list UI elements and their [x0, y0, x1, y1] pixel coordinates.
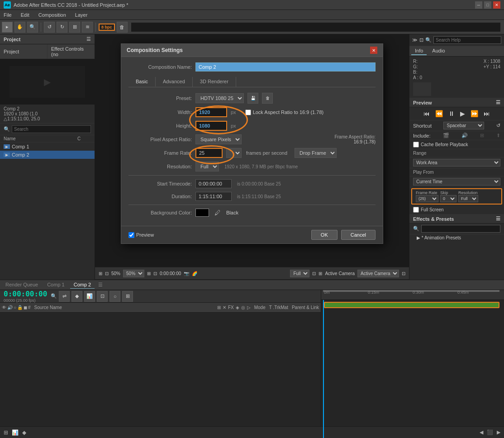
preview-menu-icon[interactable]: ☰	[496, 100, 500, 105]
resolution-mini-select[interactable]: Full	[458, 195, 478, 202]
menu-composition[interactable]: Composition	[37, 11, 68, 19]
menu-layer[interactable]: Layer	[73, 11, 90, 19]
project-item-comp2[interactable]: ▶ Comp 2	[0, 151, 95, 159]
play-button[interactable]: ▶	[458, 109, 467, 118]
redo-button[interactable]: ↻	[57, 22, 67, 33]
graph-icon[interactable]: 📊	[84, 291, 95, 302]
bpc-badge[interactable]: 8 bpc	[99, 24, 115, 31]
window-controls[interactable]: ─ □ ✕	[475, 1, 500, 9]
tab-basic[interactable]: Basic	[128, 77, 156, 87]
mode-icon[interactable]: ⊡	[97, 291, 108, 302]
start-timecode-input[interactable]	[195, 179, 232, 188]
dropframe-select[interactable]: Drop Frame	[295, 148, 337, 158]
switch3[interactable]: FX	[228, 305, 234, 310]
cache-checkbox[interactable]	[413, 142, 419, 148]
preview-checkbox-row[interactable]: Preview	[128, 232, 154, 238]
resolution-select[interactable]: Full	[195, 162, 219, 171]
switch1[interactable]: ⊞	[217, 305, 221, 310]
framerate-input[interactable]	[195, 148, 223, 158]
comp-name-input[interactable]	[195, 62, 376, 71]
lock-aspect-checkbox[interactable]	[245, 110, 251, 115]
eyedropper-icon[interactable]: 🖊	[214, 209, 221, 216]
search-help-bar[interactable]: ≫ ⊡ 🔍	[409, 34, 504, 46]
preset-delete-button[interactable]: 🗑	[262, 93, 273, 104]
cache-before-playback-row[interactable]: Cache Before Playback	[409, 140, 504, 149]
pixel-aspect-select[interactable]: Square Pixels	[195, 134, 242, 144]
video-icon[interactable]: 🎬	[443, 133, 449, 138]
step-fwd-button[interactable]: ⏭	[482, 109, 492, 118]
keyframe-icon-bottom[interactable]: ◆	[22, 429, 26, 436]
preview-checkbox[interactable]	[128, 232, 134, 238]
comp2-menu-icon[interactable]: ☰	[98, 282, 103, 288]
audio-col-icon[interactable]: 🔊	[7, 305, 13, 310]
fullscreen-checkbox[interactable]	[413, 207, 419, 213]
parent-icon[interactable]: ⇌	[59, 291, 70, 302]
layer-new-icon[interactable]: ⊞	[4, 429, 8, 436]
panel-controls-icon[interactable]: ⊡	[419, 37, 423, 43]
tab-audio[interactable]: Audio	[428, 47, 448, 55]
reset-icon[interactable]: ↺	[496, 123, 500, 129]
frame-fwd-button[interactable]: ⏩	[469, 109, 480, 118]
hand-tool[interactable]: ✋	[14, 22, 25, 33]
effects-search-bar[interactable]: 🔍	[409, 224, 504, 234]
scroll-left-icon[interactable]: ◀	[480, 429, 483, 435]
preset-save-button[interactable]: 💾	[247, 93, 258, 104]
mask-icon[interactable]: ○	[109, 291, 120, 302]
cancel-button[interactable]: Cancel	[341, 230, 376, 240]
selection-tool[interactable]: ▸	[2, 22, 13, 33]
project-search-input[interactable]	[12, 125, 91, 133]
panel-menu-icon[interactable]: ☰	[86, 36, 91, 42]
ok-button[interactable]: OK	[311, 230, 338, 240]
preset-select[interactable]: HDTV 1080 25	[195, 93, 244, 103]
search-icon-timeline[interactable]: 🔍	[51, 293, 57, 299]
comp1-tab[interactable]: Comp 1	[43, 281, 68, 289]
switch2[interactable]: ✕	[223, 305, 226, 310]
scroll-right-icon[interactable]: ▶	[497, 429, 500, 435]
project-item-comp1[interactable]: ▶ Comp 1	[0, 143, 95, 151]
layer-icon[interactable]: ⊞	[122, 291, 133, 302]
audio-icon[interactable]: 🔊	[461, 133, 468, 138]
scroll-handle-icon[interactable]: ⬛	[487, 429, 493, 435]
switch4[interactable]: ◈	[236, 305, 239, 310]
overlay-icon[interactable]: ⊞	[480, 133, 484, 138]
export-icon[interactable]: ⬆	[496, 133, 500, 138]
search-help-input[interactable]	[433, 36, 501, 44]
play-from-select[interactable]: Current Time	[413, 178, 500, 186]
delete-button[interactable]: 🗑	[117, 22, 128, 33]
tab-advanced[interactable]: Advanced	[156, 77, 193, 87]
duration-input[interactable]	[195, 192, 232, 201]
framerate-unit-select[interactable]	[226, 148, 242, 158]
comp2-tab[interactable]: Comp 2	[70, 281, 95, 289]
solo-col-icon[interactable]: ○	[14, 305, 16, 310]
switch5[interactable]: ◎	[241, 305, 245, 310]
dialog-close-button[interactable]: ✕	[370, 47, 377, 54]
label-col-icon[interactable]: ◼	[24, 305, 27, 310]
tab-info[interactable]: Info	[411, 47, 427, 55]
shortcut-select[interactable]: Spacebar	[443, 122, 484, 129]
play-stop-button[interactable]: ⏸	[447, 109, 456, 118]
menu-file[interactable]: File	[2, 11, 14, 19]
switch6[interactable]: ▷	[247, 305, 251, 310]
grid-button[interactable]: ⊞	[69, 22, 80, 33]
project-search-bar[interactable]: 🔍	[0, 124, 95, 135]
bg-color-swatch[interactable]	[195, 209, 209, 217]
tab-3d-renderer[interactable]: 3D Renderer	[193, 77, 236, 87]
eye-col-icon[interactable]: 👁	[2, 305, 6, 310]
step-back-button[interactable]: ⏮	[422, 109, 432, 118]
height-input[interactable]	[195, 121, 227, 131]
motion-blur-button[interactable]: ≋	[82, 22, 93, 33]
effects-menu-icon[interactable]: ☰	[496, 216, 500, 222]
graph-icon-bottom[interactable]: 📊	[12, 429, 19, 436]
frame-back-button[interactable]: ⏪	[433, 109, 445, 118]
framerate-mini-select[interactable]: (25)	[416, 195, 438, 202]
minimize-button[interactable]: ─	[475, 1, 482, 9]
close-button[interactable]: ✕	[493, 1, 500, 9]
animation-presets-item[interactable]: ▶ * Animation Presets	[409, 234, 504, 241]
undo-button[interactable]: ↺	[44, 22, 55, 33]
zoom-tool[interactable]: 🔍	[27, 22, 38, 33]
range-select[interactable]: Work Area	[413, 159, 500, 167]
effects-search-input[interactable]	[421, 225, 500, 233]
width-input[interactable]	[195, 107, 227, 117]
lock-col-icon[interactable]: 🔒	[17, 305, 23, 310]
skip-mini-select[interactable]: 0	[440, 195, 456, 202]
